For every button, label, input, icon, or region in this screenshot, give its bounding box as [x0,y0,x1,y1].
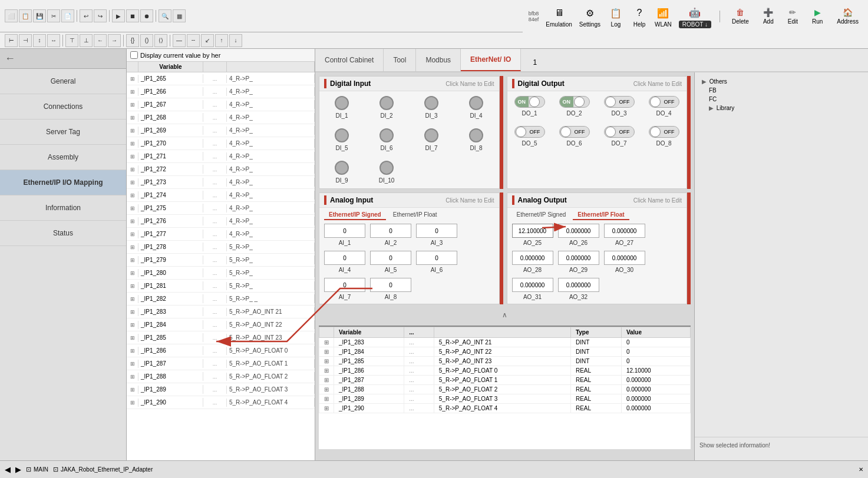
ao-29-input[interactable]: 0.000000 [558,251,599,265]
var-dots-23[interactable]: ... [203,373,227,381]
toolbar-icon-4[interactable]: ✂ [47,9,60,22]
tab-ethernet-io[interactable]: EtherNet/ IO [461,49,521,71]
toolbar-icon-5[interactable]: 📄 [61,9,74,22]
var-dots-8[interactable]: ... [203,178,227,187]
toolbar-icon-1[interactable]: ⬜ [5,9,18,22]
toolbar-icon-2[interactable]: 📋 [19,9,32,22]
bt-dots-3[interactable]: ... [404,366,434,376]
var-dots-4[interactable]: ... [203,127,227,135]
address-button[interactable]: 🏠 Address [833,5,862,27]
var-dots-10[interactable]: ... [203,204,227,213]
di-2-indicator[interactable] [379,96,394,110]
collapse-button[interactable]: ∧ [501,309,509,321]
bt-dots-4[interactable]: ... [404,376,434,385]
tb2-icon-10[interactable]: () [140,34,153,47]
di-1-indicator[interactable] [335,96,349,110]
ao-25-input[interactable]: 12.100000 [512,224,553,238]
tb2-icon-8[interactable]: → [108,34,121,47]
delete-button[interactable]: 🗑 Delete [728,5,753,27]
ai-4-input[interactable]: 0 [324,251,365,265]
wlan-button[interactable]: 📶 WLAN [655,5,672,28]
table-row[interactable]: ⊞ _IP1_287 ... 5_R->P_AO_FLOAT 1 REAL 0.… [319,376,691,385]
var-row[interactable]: ⊞ _IP1_280 ... 5_R->P_ [127,267,315,280]
ao-31-input[interactable]: 0.000000 [512,278,553,292]
tb2-icon-16[interactable]: ↓ [229,34,242,47]
var-row[interactable]: ⊞ _IP1_268 ... 4_R->P_ [127,111,315,124]
table-row[interactable]: ⊞ _IP1_289 ... 5_R->P_AO_FLOAT 3 REAL 0.… [319,394,691,404]
di-6-indicator[interactable] [379,128,394,142]
toolbar-icon-6[interactable]: ↩ [80,9,93,22]
table-row[interactable]: ⊞ _IP1_283 ... 5_R->P_AO_INT 21 DINT 0 [319,338,691,347]
do-8-toggle[interactable]: OFF [649,126,679,138]
tb2-icon-9[interactable]: {} [126,34,139,47]
var-dots-18[interactable]: ... [203,308,227,316]
var-dots-20[interactable]: ... [203,334,227,342]
ao-27-input[interactable]: 0.000000 [604,224,645,238]
var-dots-9[interactable]: ... [203,191,227,200]
sidebar-item-information[interactable]: Information [0,195,126,221]
var-row[interactable]: ⊞ _IP1_276 ... 4_R->P_ [127,215,315,228]
sidebar-item-connections[interactable]: Connections [0,94,126,120]
sidebar-item-general[interactable]: General [0,69,126,94]
toolbar-icon-search[interactable]: 🔍 [159,9,171,22]
ao-28-input[interactable]: 0.000000 [512,251,553,265]
tree-item-library[interactable]: ▶ Library [699,104,863,112]
toolbar-icon-3[interactable]: 💾 [33,9,46,22]
table-row[interactable]: ⊞ _IP1_290 ... 5_R->P_AO_FLOAT 4 REAL 0.… [319,404,691,413]
table-row[interactable]: ⊞ _IP1_288 ... 5_R->P_AO_FLOAT 2 REAL 0.… [319,385,691,394]
back-button[interactable]: ← [0,49,126,69]
analog-output-tab-float[interactable]: Ethernet/IP Float [573,210,629,220]
var-row[interactable]: ⊞ _IP1_270 ... 4_R->P_ [127,137,315,150]
var-row[interactable]: ⊞ _IP1_282 ... 5_R->P_ _ [127,293,315,306]
ai-3-input[interactable]: 0 [416,224,457,238]
tab-modbus[interactable]: Modbus [416,49,461,71]
var-row[interactable]: ⊞ _IP1_283 ... 5_R->P_AO_INT 21 [127,306,315,318]
var-dots-21[interactable]: ... [203,347,227,355]
tb2-icon-15[interactable]: ↑ [215,34,228,47]
toolbar-icon-7[interactable]: ↪ [94,9,107,22]
emulation-button[interactable]: 🖥 Emulation [546,5,572,28]
tb2-icon-4[interactable]: ↔ [47,34,60,47]
tree-item-fb[interactable]: FB [699,86,863,95]
toolbar-icon-run[interactable]: ▶ [112,9,125,22]
tb2-icon-13[interactable]: ╌ [187,34,200,47]
run-button[interactable]: ▶ Run [808,5,826,27]
var-dots-0[interactable]: ... [203,75,227,83]
di-8-indicator[interactable] [469,128,483,142]
bt-dots-1[interactable]: ... [404,347,434,357]
add-button[interactable]: ➕ Add [760,5,777,27]
di-10-indicator[interactable] [379,161,394,175]
var-row[interactable]: ⊞ _IP1_289 ... 5_R->P_AO_FLOAT 3 [127,383,315,396]
nav-left-button[interactable]: ◀ [5,465,11,474]
do-3-toggle[interactable]: OFF [604,96,635,108]
var-dots-25[interactable]: ... [203,399,227,407]
var-row[interactable]: ⊞ _IP1_266 ... 4_R->P_ [127,85,315,98]
sidebar-item-ethernet-ip[interactable]: Ethernet/IP I/O Mapping [0,170,126,195]
toolbar-icon-record[interactable]: ⏺ [140,9,153,22]
display-checkbox[interactable] [130,51,138,59]
var-row[interactable]: ⊞ _IP1_274 ... 4_R->P_ [127,189,315,202]
var-row[interactable]: ⊞ _IP1_267 ... 4_R->P_ [127,98,315,111]
var-row[interactable]: ⊞ _IP1_281 ... 5_R->P_ [127,280,315,293]
var-dots-16[interactable]: ... [203,282,227,290]
sidebar-item-server-tag[interactable]: Server Tag [0,120,126,145]
ai-5-input[interactable]: 0 [370,251,411,265]
bt-dots-2[interactable]: ... [404,357,434,366]
analog-output-tab-signed[interactable]: Ethernet/IP Signed [512,210,571,220]
do-1-toggle[interactable]: ON [514,96,545,108]
ai-7-input[interactable]: 0 [324,278,365,292]
var-dots-12[interactable]: ... [203,230,227,238]
ai-1-input[interactable]: 0 [324,224,365,238]
do-2-toggle[interactable]: ON [559,96,590,108]
var-row[interactable]: ⊞ _IP1_277 ... 4_R->P_ [127,228,315,241]
analog-input-tab-float[interactable]: Ethernet/IP Float [388,210,442,220]
sidebar-item-assembly[interactable]: Assembly [0,145,126,170]
ao-26-input[interactable]: 0.000000 [558,224,599,238]
sidebar-item-status[interactable]: Status [0,221,126,246]
bt-dots-6[interactable]: ... [404,394,434,404]
do-5-toggle[interactable]: OFF [514,126,545,138]
var-row[interactable]: ⊞ _IP1_269 ... 4_R->P_ [127,124,315,137]
var-dots-5[interactable]: ... [203,140,227,148]
var-row[interactable]: ⊞ _IP1_275 ... 4_R->P_ [127,202,315,215]
log-button[interactable]: 📋 Log [608,5,624,28]
